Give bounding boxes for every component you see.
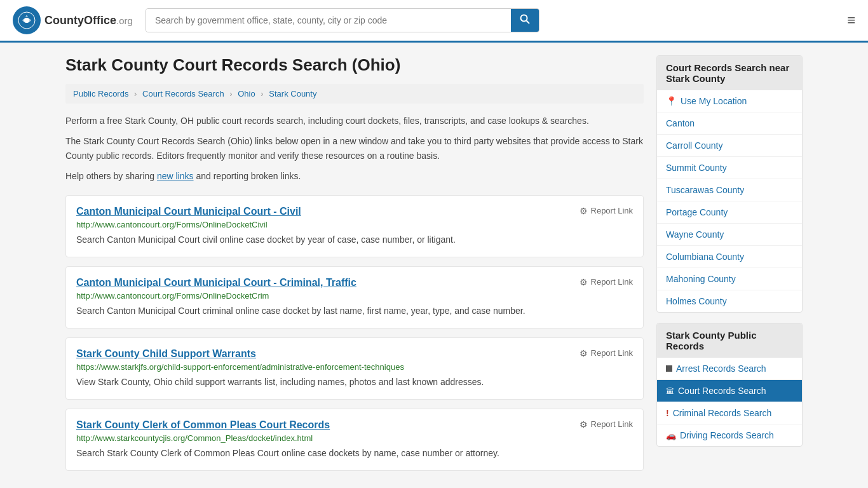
public-records-section: Stark County Public Records Arrest Recor… — [656, 323, 803, 447]
location-icon: 📍 — [666, 96, 677, 106]
nearby-list: 📍 Use My Location Canton Carroll County — [657, 90, 802, 312]
result-desc-1: Search Canton Municipal Court civil onli… — [76, 233, 633, 247]
list-item-court-records[interactable]: 🏛 Court Records Search — [657, 380, 802, 402]
result-url-1: http://www.cantoncourt.org/Forms/OnlineD… — [76, 220, 633, 229]
logo-link[interactable]: CountyOffice.org — [13, 6, 133, 34]
search-input[interactable] — [146, 9, 511, 32]
breadcrumb-stark-county[interactable]: Stark County — [269, 89, 316, 98]
svg-point-2 — [520, 15, 527, 22]
result-desc-2: Search Canton Municipal Court criminal o… — [76, 304, 633, 318]
result-url-4: http://www.starkcountycjis.org/Common_Pl… — [76, 433, 633, 443]
list-item[interactable]: Summit County — [657, 157, 802, 179]
columbiana-county-label: Columbiana County — [666, 252, 744, 262]
list-item[interactable]: Holmes County — [657, 290, 802, 312]
arrest-icon — [666, 365, 672, 372]
result-desc-3: View Stark County, Ohio child support wa… — [76, 376, 633, 389]
report-icon-4: ⚙ — [580, 419, 588, 430]
breadcrumb: Public Records › Court Records Search › … — [65, 84, 644, 104]
list-item-arrest[interactable]: Arrest Records Search — [657, 358, 802, 380]
list-item[interactable]: Wayne County — [657, 224, 802, 246]
breadcrumb-public-records[interactable]: Public Records — [73, 89, 128, 98]
search-button[interactable] — [511, 9, 539, 32]
result-title-4[interactable]: Stark County Clerk of Common Pleas Court… — [76, 419, 330, 431]
summit-county-label: Summit County — [666, 163, 727, 173]
result-title-3[interactable]: Stark County Child Support Warrants — [76, 348, 256, 360]
header: CountyOffice.org ≡ — [0, 0, 868, 43]
svg-line-3 — [526, 21, 529, 24]
breadcrumb-court-records-search[interactable]: Court Records Search — [142, 89, 224, 98]
driving-label: Driving Records Search — [680, 430, 774, 440]
driving-icon: 🚗 — [666, 431, 676, 440]
nearby-use-my-location[interactable]: 📍 Use My Location — [657, 90, 802, 112]
list-item[interactable]: Mahoning County — [657, 268, 802, 290]
portage-county-label: Portage County — [666, 207, 728, 217]
list-item[interactable]: Canton — [657, 112, 802, 135]
new-links-link[interactable]: new links — [157, 171, 194, 181]
criminal-icon: ! — [666, 408, 669, 418]
public-records-list: Arrest Records Search 🏛 Court Records Se… — [657, 358, 802, 446]
use-my-location-label: Use My Location — [681, 96, 747, 106]
court-icon: 🏛 — [666, 386, 674, 396]
court-label: Court Records Search — [678, 386, 766, 396]
report-link-1[interactable]: ⚙ Report Link — [580, 206, 633, 216]
carroll-county-label: Carroll County — [666, 140, 722, 151]
result-url-2: http://www.cantoncourt.org/Forms/OnlineD… — [76, 291, 633, 301]
list-item-criminal[interactable]: ! Criminal Records Search — [657, 402, 802, 424]
report-icon-3: ⚙ — [580, 348, 588, 358]
arrest-label: Arrest Records Search — [676, 363, 766, 374]
result-title-1[interactable]: Canton Municipal Court Municipal Court -… — [76, 206, 301, 217]
sidebar: Court Records Search near Stark County 📍… — [656, 55, 803, 480]
sharing-note: Help others by sharing new links and rep… — [65, 169, 644, 183]
result-item: Canton Municipal Court Municipal Court -… — [65, 195, 644, 257]
canton-label: Canton — [666, 118, 695, 128]
wayne-county-label: Wayne County — [666, 229, 724, 240]
result-desc-4: Search Stark County Clerk of Common Plea… — [76, 447, 633, 460]
menu-button[interactable]: ≡ — [847, 12, 855, 29]
list-item[interactable]: Carroll County — [657, 135, 802, 157]
mahoning-county-label: Mahoning County — [666, 274, 736, 284]
svg-point-1 — [24, 18, 29, 23]
list-item[interactable]: Columbiana County — [657, 246, 802, 268]
tuscarawas-county-label: Tuscarawas County — [666, 185, 744, 195]
logo-text: CountyOffice.org — [44, 14, 133, 27]
list-item[interactable]: Portage County — [657, 201, 802, 224]
report-icon-2: ⚙ — [580, 277, 588, 287]
result-title-2[interactable]: Canton Municipal Court Municipal Court -… — [76, 277, 356, 288]
criminal-label: Criminal Records Search — [673, 408, 772, 418]
search-bar — [146, 8, 539, 32]
holmes-county-label: Holmes County — [666, 296, 727, 306]
breadcrumb-ohio[interactable]: Ohio — [238, 89, 255, 98]
result-item: Stark County Child Support Warrants ⚙ Re… — [65, 337, 644, 400]
list-item-driving[interactable]: 🚗 Driving Records Search — [657, 424, 802, 446]
page-title: Stark County Court Records Search (Ohio) — [65, 55, 644, 75]
public-records-title: Stark County Public Records — [657, 323, 802, 358]
result-item: Stark County Clerk of Common Pleas Court… — [65, 409, 644, 471]
nearby-section-title: Court Records Search near Stark County — [657, 56, 802, 90]
report-link-4[interactable]: ⚙ Report Link — [580, 419, 633, 430]
description-2: The Stark County Court Records Search (O… — [65, 134, 644, 163]
result-url-3: https://www.starkjfs.org/child-support-e… — [76, 362, 633, 372]
content-area: Stark County Court Records Search (Ohio)… — [65, 55, 644, 480]
description-1: Perform a free Stark County, OH public c… — [65, 114, 644, 128]
report-link-2[interactable]: ⚙ Report Link — [580, 277, 633, 287]
report-link-3[interactable]: ⚙ Report Link — [580, 348, 633, 358]
report-icon-1: ⚙ — [580, 206, 588, 216]
main-container: Stark County Court Records Search (Ohio)… — [53, 43, 815, 488]
result-item: Canton Municipal Court Municipal Court -… — [65, 266, 644, 329]
list-item[interactable]: Tuscarawas County — [657, 179, 802, 201]
logo-icon — [13, 6, 41, 34]
nearby-section: Court Records Search near Stark County 📍… — [656, 55, 803, 313]
